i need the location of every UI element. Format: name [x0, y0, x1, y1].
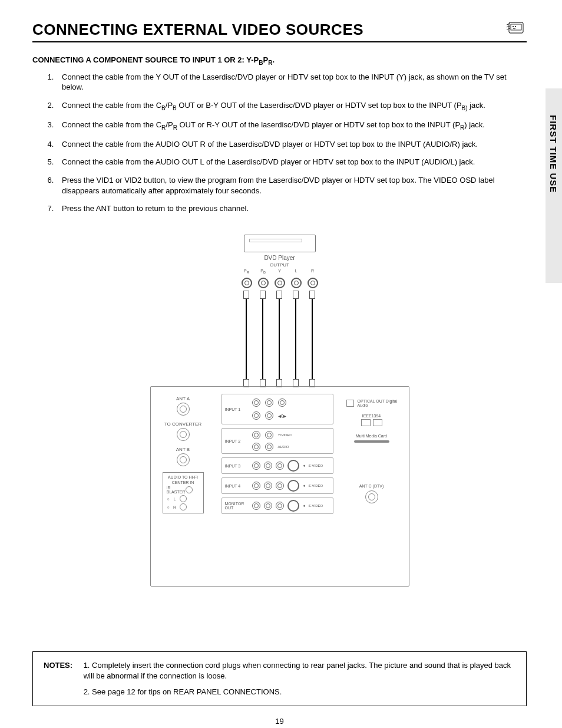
- step-5: Connect the cable from the AUDIO OUT L o…: [56, 157, 527, 167]
- mon-svideo: [287, 500, 299, 512]
- optical-out-port: [346, 400, 354, 407]
- jack-r: [308, 278, 318, 288]
- to-converter-jack: [177, 428, 190, 441]
- page-number: 19: [32, 717, 527, 726]
- ant-b-label: ANT B: [163, 447, 204, 452]
- step-3: Connect the cable from the CR/PR OUT or …: [56, 120, 527, 131]
- input-4-block: INPUT 4 ◂ S-VIDEO: [222, 477, 333, 494]
- in1-r-jack: [252, 411, 260, 420]
- panel-center-column: INPUT 1 ◂◊▸: [222, 394, 333, 518]
- dvd-output-labels: PR PB Y L R: [150, 269, 409, 274]
- in1-pr-jack: [265, 398, 273, 407]
- dvd-label: DVD Player: [150, 255, 409, 261]
- ant-a-jack: [177, 403, 190, 416]
- audio-hifi-box: AUDIO TO HI-FI CENTER IN IR BLASTER ○L ○…: [163, 472, 204, 513]
- hifi-r-jack: [180, 503, 187, 510]
- input-3-block: INPUT 3 ◂ S-VIDEO: [222, 457, 333, 474]
- to-converter-label: TO CONVERTER: [163, 421, 204, 427]
- in1-y-jack: [278, 398, 286, 407]
- ieee-port-2: [373, 419, 382, 426]
- jack-pr: [242, 278, 252, 288]
- dvd-output-jacks: [150, 278, 409, 288]
- notes-label: NOTES:: [44, 660, 81, 671]
- page-title: CONNECTING EXTERNAL VIDEO SOURCES: [32, 21, 527, 42]
- panel-left-column: ANT A TO CONVERTER ANT B AUDIO TO HI-FI …: [163, 396, 204, 519]
- hifi-l-jack: [180, 495, 187, 502]
- step-1: Connect the cable from the Y OUT of the …: [56, 72, 527, 93]
- ant-c-jack: [365, 490, 378, 503]
- input-1-block: INPUT 1 ◂◊▸: [222, 394, 333, 424]
- subtitle: CONNECTING A COMPONENT SOURCE TO INPUT 1…: [32, 55, 527, 66]
- tv-rear-panel: ANT A TO CONVERTER ANT B AUDIO TO HI-FI …: [150, 386, 409, 587]
- cables: [233, 292, 327, 386]
- in1-l-jack: [265, 411, 273, 420]
- jack-l: [291, 278, 302, 288]
- jack-pb: [258, 278, 269, 288]
- ant-a-label: ANT A: [163, 396, 204, 401]
- monitor-out-block: MONITOR OUT ◂ S-VIDEO: [222, 498, 333, 514]
- step-6: Press the VID1 or VID2 button, to view t…: [56, 175, 527, 196]
- ant-b-jack: [177, 453, 190, 466]
- mmc-slot: [354, 440, 389, 443]
- dvd-player-icon: [244, 235, 316, 252]
- connection-diagram: DVD Player OUTPUT PR PB Y L R: [150, 235, 409, 587]
- ieee-port-1: [361, 419, 371, 426]
- input-2-block: INPUT 2 Y/VIDEO AUDIO: [222, 428, 333, 454]
- output-label: OUTPUT: [150, 262, 409, 268]
- jack-y: [275, 278, 285, 288]
- in4-svideo: [287, 480, 299, 492]
- center-in-jack: [186, 486, 193, 493]
- panel-right-column: OPTICAL OUT Digital Audio IEEE1394 Multi…: [345, 398, 398, 506]
- step-7: Press the ANT button to return to the pr…: [56, 203, 527, 214]
- in3-svideo: [287, 460, 299, 472]
- note-1: 1. Completely insert the connection cord…: [84, 660, 514, 681]
- note-2: 2. See page 12 for tips on REAR PANEL CO…: [84, 687, 514, 697]
- step-4: Connect the cable from the AUDIO OUT R o…: [56, 139, 527, 150]
- steps-list: Connect the cable from the Y OUT of the …: [32, 72, 527, 214]
- step-2: Connect the cable from the CB/PB OUT or …: [56, 100, 527, 112]
- notes-box: NOTES: 1. Completely insert the connecti…: [32, 651, 527, 706]
- in1-pb-jack: [252, 398, 260, 407]
